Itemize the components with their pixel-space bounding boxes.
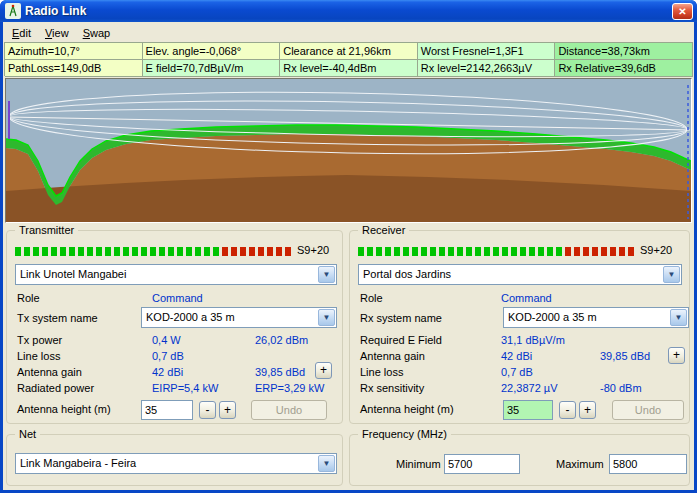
info-rx-relative: Rx Relative=39,6dB bbox=[555, 60, 693, 77]
terrain-profile-svg bbox=[6, 79, 691, 222]
rx-antenna-gain-plus-button[interactable]: + bbox=[668, 347, 685, 364]
rx-system-combobox[interactable]: KOD-2000 a 35 m ▼ bbox=[503, 307, 689, 328]
tx-power-watts: 0,4 W bbox=[152, 334, 181, 346]
frequency-panel-title: Frequency (MHz) bbox=[358, 427, 451, 441]
rx-role-value: Command bbox=[501, 292, 552, 304]
tx-antenna-gain-label: Antenna gain bbox=[17, 366, 82, 378]
net-panel-title: Net bbox=[15, 427, 40, 441]
menu-bar: Edit View Swap bbox=[3, 23, 694, 42]
rx-required-efield-value: 31,1 dBµV/m bbox=[501, 334, 565, 346]
radio-link-window: Radio Link ✕ Edit View Swap Azimuth=10,7… bbox=[0, 0, 697, 493]
rx-antenna-height-label: Antenna height (m) bbox=[360, 403, 454, 415]
title-bar[interactable]: Radio Link ✕ bbox=[0, 0, 697, 22]
rx-unit-value: Portal dos Jardins bbox=[363, 268, 451, 280]
rx-antenna-gain-dbi: 42 dBi bbox=[501, 350, 532, 362]
rx-sensitivity-uv: 22,3872 µV bbox=[501, 382, 558, 394]
tx-antenna-gain-dbd: 39,85 dBd bbox=[255, 366, 305, 378]
rx-undo-button: Undo bbox=[612, 400, 684, 420]
transmitter-panel: Transmitter S9+20 Link Unotel Mangabei ▼… bbox=[6, 230, 343, 424]
app-icon-svg bbox=[5, 3, 21, 19]
rx-signal-meter bbox=[358, 247, 634, 256]
rx-sensitivity-dbm: -80 dBm bbox=[600, 382, 642, 394]
tx-antenna-height-input[interactable] bbox=[141, 400, 193, 420]
tx-unit-combobox[interactable]: Link Unotel Mangabei ▼ bbox=[15, 264, 337, 285]
rx-signal-meter-green bbox=[358, 247, 565, 256]
receiver-panel: Receiver S9+20 Portal dos Jardins ▼ Role… bbox=[349, 230, 690, 424]
info-rx-level-uv: Rx level=2142,2663µV bbox=[418, 60, 556, 77]
info-clearance: Clearance at 21,96km bbox=[280, 43, 418, 60]
info-azimuth: Azimuth=10,7° bbox=[5, 43, 143, 60]
rx-signal-meter-red bbox=[565, 247, 634, 256]
tx-undo-button: Undo bbox=[251, 400, 327, 420]
rx-height-minus-button[interactable]: - bbox=[559, 401, 576, 419]
rx-unit-combobox[interactable]: Portal dos Jardins ▼ bbox=[358, 264, 682, 285]
app-icon[interactable] bbox=[5, 3, 21, 19]
frequency-max-label: Maximum bbox=[556, 458, 604, 470]
frequency-panel: Frequency (MHz) Minimum Maximum bbox=[349, 434, 690, 486]
rx-antenna-height-input[interactable] bbox=[503, 400, 553, 420]
info-worst-fresnel: Worst Fresnel=1,3F1 bbox=[418, 43, 556, 60]
antenna-tip-icon bbox=[12, 5, 15, 8]
menu-edit[interactable]: Edit bbox=[5, 25, 38, 41]
rx-height-plus-button[interactable]: + bbox=[579, 401, 596, 419]
tx-power-label: Tx power bbox=[17, 334, 62, 346]
tx-meter-scale-label: S9+20 bbox=[297, 244, 329, 256]
net-value: Link Mangabeira - Feira bbox=[20, 457, 136, 469]
rx-required-efield-label: Required E Field bbox=[360, 334, 442, 346]
frequency-max-input[interactable] bbox=[609, 454, 687, 474]
tx-antenna-gain-dbi: 42 dBi bbox=[152, 366, 183, 378]
close-icon[interactable]: ✕ bbox=[672, 3, 693, 20]
rx-meter-scale-label: S9+20 bbox=[640, 244, 672, 256]
chevron-down-icon[interactable]: ▼ bbox=[318, 455, 335, 472]
tx-line-loss-value: 0,7 dB bbox=[152, 350, 184, 362]
tx-radiated-power-label: Radiated power bbox=[17, 382, 94, 394]
rx-antenna-gain-dbd: 39,85 dBd bbox=[600, 350, 650, 362]
info-elev-angle: Elev. angle=-0,068° bbox=[143, 43, 281, 60]
rx-system-label: Rx system name bbox=[360, 312, 442, 324]
link-status-bar: Azimuth=10,7° Elev. angle=-0,068° Cleara… bbox=[4, 42, 693, 76]
rx-antenna-gain-label: Antenna gain bbox=[360, 350, 425, 362]
info-pathloss: PathLoss=149,0dB bbox=[5, 60, 143, 77]
info-distance: Distance=38,73km bbox=[555, 43, 693, 60]
tx-power-dbm: 26,02 dBm bbox=[255, 334, 308, 346]
rx-sensitivity-label: Rx sensitivity bbox=[360, 382, 424, 394]
info-e-field: E field=70,7dBµV/m bbox=[143, 60, 281, 77]
tx-system-label: Tx system name bbox=[17, 312, 98, 324]
chevron-down-icon[interactable]: ▼ bbox=[318, 309, 335, 326]
tx-system-combobox[interactable]: KOD-2000 a 35 m ▼ bbox=[141, 307, 337, 328]
menu-view[interactable]: View bbox=[38, 25, 76, 41]
tx-system-value: KOD-2000 a 35 m bbox=[146, 311, 235, 323]
tx-role-value: Command bbox=[152, 292, 203, 304]
chevron-down-icon[interactable]: ▼ bbox=[663, 266, 680, 283]
tx-height-plus-button[interactable]: + bbox=[219, 401, 236, 419]
tx-eirp-value: EIRP=5,4 kW bbox=[152, 382, 218, 394]
terrain-profile-chart bbox=[5, 78, 692, 223]
tx-signal-meter bbox=[15, 247, 291, 256]
tx-antenna-height-label: Antenna height (m) bbox=[17, 403, 111, 415]
tx-role-label: Role bbox=[17, 292, 40, 304]
rx-role-label: Role bbox=[360, 292, 383, 304]
rx-system-value: KOD-2000 a 35 m bbox=[508, 311, 597, 323]
chevron-down-icon[interactable]: ▼ bbox=[670, 309, 687, 326]
frequency-min-input[interactable] bbox=[444, 454, 520, 474]
net-combobox[interactable]: Link Mangabeira - Feira ▼ bbox=[15, 453, 337, 474]
tx-unit-value: Link Unotel Mangabei bbox=[20, 268, 126, 280]
tx-height-minus-button[interactable]: - bbox=[199, 401, 216, 419]
menu-swap[interactable]: Swap bbox=[76, 25, 118, 41]
frequency-min-label: Minimum bbox=[396, 458, 441, 470]
tx-antenna-gain-plus-button[interactable]: + bbox=[315, 362, 332, 379]
chevron-down-icon[interactable]: ▼ bbox=[318, 266, 335, 283]
info-rx-level-dbm: Rx level=-40,4dBm bbox=[280, 60, 418, 77]
transmitter-panel-title: Transmitter bbox=[15, 223, 78, 237]
rx-line-loss-value: 0,7 dB bbox=[501, 366, 533, 378]
rx-line-loss-label: Line loss bbox=[360, 366, 403, 378]
net-panel: Net Link Mangabeira - Feira ▼ bbox=[6, 434, 343, 486]
receiver-panel-title: Receiver bbox=[358, 223, 409, 237]
tx-signal-meter-green bbox=[15, 247, 222, 256]
window-title: Radio Link bbox=[25, 4, 86, 18]
tx-signal-meter-red bbox=[222, 247, 291, 256]
tx-erp-value: ERP=3,29 kW bbox=[255, 382, 324, 394]
tx-line-loss-label: Line loss bbox=[17, 350, 60, 362]
